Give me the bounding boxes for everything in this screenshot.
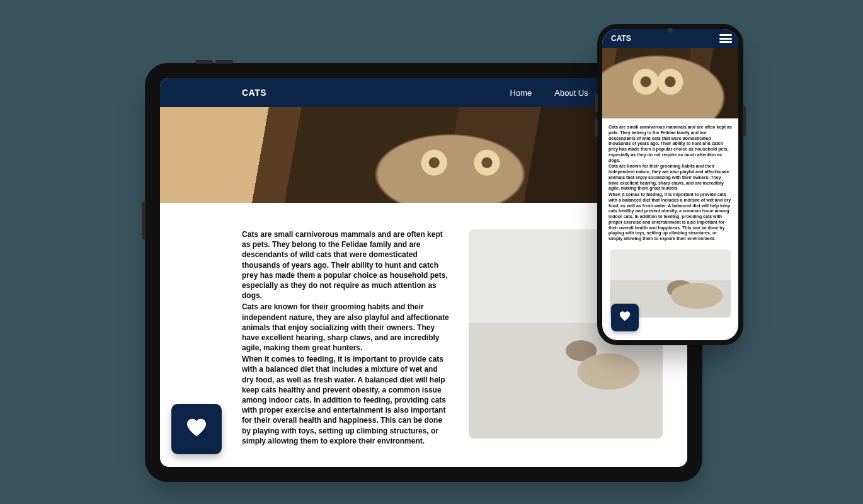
phone-content: Cats are small carnivorous mammals and a…: [602, 118, 738, 318]
tablet-article-text: Cats are small carnivorous mammals and a…: [242, 229, 450, 447]
paragraph-3: When it comes to feeding, it is importan…: [609, 192, 732, 242]
paragraph-3: When it comes to feeding, it is importan…: [242, 354, 450, 446]
hamburger-menu-button[interactable]: [719, 34, 732, 43]
phone-screen: CATS Cats are small carnivorous mammals …: [602, 29, 738, 340]
hamburger-icon: [719, 34, 732, 36]
site-logo[interactable]: CATS: [609, 34, 631, 43]
phone-fab-button[interactable]: [611, 304, 639, 331]
tablet-power-button: [142, 202, 146, 239]
nav-link-about[interactable]: About Us: [554, 88, 588, 98]
phone-camera: [668, 28, 673, 33]
site-logo[interactable]: CATS: [242, 88, 266, 98]
heart-down-icon: [618, 309, 632, 326]
hamburger-icon: [719, 41, 732, 43]
paragraph-2: Cats are known for their grooming habits…: [242, 302, 450, 353]
heart-down-icon: [184, 415, 209, 443]
phone-device-frame: CATS Cats are small carnivorous mammals …: [597, 24, 743, 345]
hamburger-icon: [719, 38, 732, 40]
phone-power-button: [743, 106, 746, 136]
nav-link-home[interactable]: Home: [510, 88, 532, 98]
paragraph-1: Cats are small carnivorous mammals and a…: [609, 125, 732, 163]
phone-article-text: Cats are small carnivorous mammals and a…: [609, 125, 732, 242]
tablet-volume-button-1: [195, 60, 213, 64]
tablet-volume-button-2: [215, 60, 233, 64]
phone-hero-image: [602, 48, 738, 118]
paragraph-2: Cats are known for their grooming habits…: [609, 164, 732, 192]
tablet-fab-button[interactable]: [171, 404, 222, 454]
paragraph-1: Cats are small carnivorous mammals and a…: [242, 229, 450, 301]
